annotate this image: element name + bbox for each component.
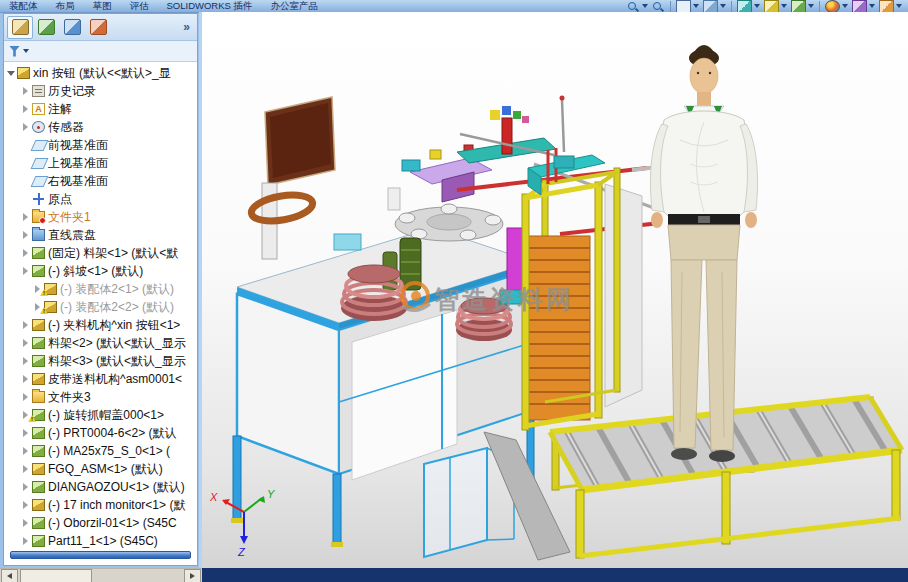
display-style-icon[interactable] — [764, 0, 787, 13]
tree-item[interactable]: 历史记录 — [4, 82, 197, 100]
tree-item-label: (-) Oborzil-01<1> (S45C — [48, 516, 177, 530]
tree-item-label: xin 按钮 (默认<<默认>_显 — [33, 65, 171, 82]
expand-arrow-icon[interactable] — [22, 248, 30, 258]
section-view-icon[interactable] — [703, 0, 726, 13]
tree-item-label: 料架<3> (默认<默认_显示 — [48, 353, 186, 370]
tree-item[interactable]: xin 按钮 (默认<<默认>_显 — [4, 64, 197, 82]
tree-item[interactable]: 直线震盘 — [4, 226, 197, 244]
tab-addins[interactable]: SOLIDWORKS 插件 — [158, 0, 262, 13]
expand-arrow-icon[interactable] — [34, 302, 42, 312]
configurationmanager-icon — [64, 19, 81, 35]
view-settings-icon[interactable] — [879, 0, 902, 13]
dimxpertmanager-icon — [90, 19, 107, 35]
expand-arrow-icon[interactable] — [22, 320, 30, 330]
monitor — [249, 97, 335, 259]
origin-icon — [32, 193, 45, 205]
expand-arrow-icon[interactable] — [22, 500, 30, 510]
expand-arrow-icon[interactable] — [22, 518, 30, 528]
tree-item[interactable]: (-) MA25x75_S_0<1> ( — [4, 442, 197, 460]
tree-item-label: (-) 夹料机构^xin 按钮<1> — [48, 317, 180, 334]
tree-item[interactable]: (-) Oborzil-01<1> (S45C — [4, 514, 197, 532]
tree-item-label: (-) 旋转抓帽盖000<1> — [48, 407, 164, 424]
tree-item[interactable]: 前视基准面 — [4, 136, 197, 154]
tree-item[interactable]: 文件夹1 — [4, 208, 197, 226]
tab-layout[interactable]: 布局 — [47, 0, 84, 13]
expand-arrow-icon[interactable] — [22, 446, 30, 456]
expand-arrow-icon[interactable] — [22, 536, 30, 546]
tree-item[interactable]: 上视基准面 — [4, 154, 197, 172]
tree-item[interactable]: !(-) 装配体2<1> (默认) — [4, 280, 197, 298]
annotations-icon — [32, 103, 45, 115]
watermark-text: 智造资料网 — [433, 285, 574, 313]
tree-item[interactable]: 右视基准面 — [4, 172, 197, 190]
tab-assembly[interactable]: 装配体 — [0, 0, 47, 13]
tree-item-label: FGQ_ASM<1> (默认) — [48, 461, 163, 478]
edit-appearance-icon[interactable] — [825, 0, 848, 13]
expand-arrow-icon[interactable] — [22, 410, 30, 420]
panel-chevron[interactable]: » — [183, 20, 194, 34]
expand-arrow-icon[interactable] — [22, 230, 30, 240]
hide-show-items-icon[interactable] — [791, 0, 814, 13]
part-icon — [32, 337, 45, 349]
expand-arrow-icon[interactable] — [22, 122, 30, 132]
tree-item[interactable]: (-) 斜坡<1> (默认) — [4, 262, 197, 280]
tree-item[interactable]: 文件夹3 — [4, 388, 197, 406]
tab-propertymanager[interactable] — [33, 16, 59, 39]
h-scrollbar[interactable] — [0, 568, 202, 582]
tree-item[interactable]: 料架<2> (默认<默认_显示 — [4, 334, 197, 352]
tree-item[interactable]: !(-) 装配体2<2> (默认) — [4, 298, 197, 316]
tab-sketch[interactable]: 草图 — [84, 0, 121, 13]
tree-item[interactable]: (-) PRT0004-6<2> (默认 — [4, 424, 197, 442]
filter-dropdown-icon[interactable] — [23, 49, 29, 53]
apply-scene-icon[interactable] — [852, 0, 875, 13]
expand-arrow-icon[interactable] — [22, 392, 30, 402]
tree-item-label: 前视基准面 — [48, 137, 108, 154]
zoom-fit-icon[interactable] — [627, 1, 648, 12]
tree-item[interactable]: (-) 17 inch monitor<1> (默 — [4, 496, 197, 514]
expand-arrow-icon[interactable] — [34, 284, 42, 294]
tree-item[interactable]: 皮带送料机构^asm0001< — [4, 370, 197, 388]
sensors-icon — [32, 121, 45, 133]
zoom-area-icon[interactable] — [652, 1, 665, 12]
panel-tab-bar: » — [4, 14, 197, 41]
tab-evaluate[interactable]: 评估 — [121, 0, 158, 13]
tree-item[interactable]: Part11_1<1> (S45C) — [4, 532, 197, 548]
tree-item[interactable]: 传感器 — [4, 118, 197, 136]
expand-arrow-icon[interactable] — [22, 428, 30, 438]
tree-item[interactable]: 料架<3> (默认<默认_显示 — [4, 352, 197, 370]
assembly-warning-icon: ! — [44, 283, 57, 295]
tree-filter-bar[interactable] — [4, 41, 197, 62]
featuremanager-tree-icon — [12, 19, 29, 35]
tab-dimxpertmanager[interactable] — [85, 16, 111, 39]
scroll-thumb[interactable] — [20, 569, 92, 582]
expand-arrow-icon[interactable] — [22, 482, 30, 492]
tree-item[interactable]: (-) 夹料机构^xin 按钮<1> — [4, 316, 197, 334]
tree-item[interactable]: !(-) 旋转抓帽盖000<1> — [4, 406, 197, 424]
view-orientation-icon[interactable] — [737, 0, 760, 13]
expand-arrow-icon[interactable] — [22, 104, 30, 114]
expand-arrow-icon[interactable] — [22, 464, 30, 474]
tree-item[interactable]: 原点 — [4, 190, 197, 208]
tab-configurationmanager[interactable] — [59, 16, 85, 39]
tree-item[interactable]: 注解 — [4, 100, 197, 118]
scroll-left-button[interactable] — [1, 569, 18, 582]
rollback-bar[interactable] — [10, 551, 191, 559]
scroll-right-button[interactable] — [184, 569, 201, 582]
tree-item[interactable]: DIANGAOZOU<1> (默认) — [4, 478, 197, 496]
tree-item[interactable]: FGQ_ASM<1> (默认) — [4, 460, 197, 478]
viewport-3d[interactable]: 智造资料网 X Y Z — [202, 12, 908, 568]
previous-view-icon[interactable] — [676, 0, 699, 13]
expand-arrow-icon[interactable] — [22, 374, 30, 384]
expand-arrow-icon[interactable] — [22, 86, 30, 96]
expand-arrow-icon[interactable] — [22, 338, 30, 348]
expand-arrow-icon[interactable] — [22, 356, 30, 366]
expand-arrow-icon[interactable] — [22, 266, 30, 276]
expand-arrow-icon[interactable] — [7, 68, 15, 78]
part-icon — [32, 445, 45, 457]
tab-office[interactable]: 办公室产品 — [262, 0, 328, 13]
tree-item-label: (-) 17 inch monitor<1> (默 — [48, 497, 185, 514]
expand-arrow-icon[interactable] — [22, 212, 30, 222]
tree-item[interactable]: (固定) 料架<1> (默认<默 — [4, 244, 197, 262]
tab-featuremanager[interactable] — [7, 16, 33, 39]
filter-funnel-icon — [9, 46, 20, 57]
